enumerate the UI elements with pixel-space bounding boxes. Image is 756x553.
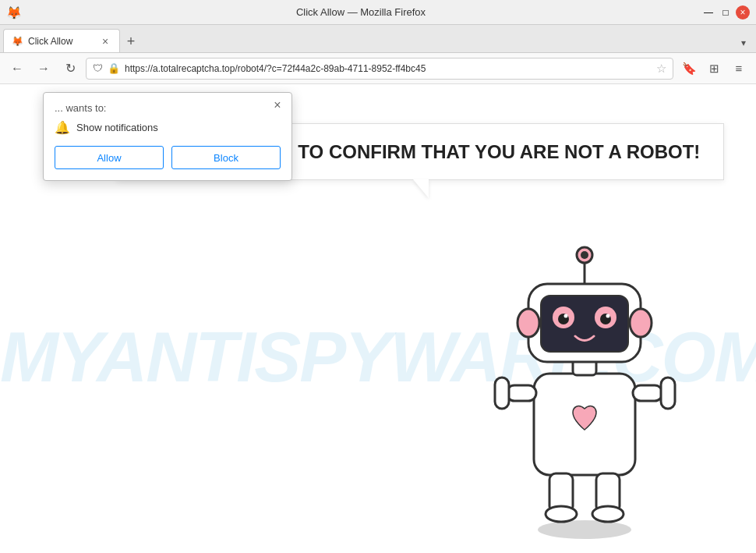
page-content: MYANTISPYWARE.COM CLICK «ALLOW» TO CONFI…	[0, 84, 756, 553]
nav-right-icons: 🔖 ⊞ ≡	[678, 58, 750, 80]
title-bar: 🦊 Click Allow — Mozilla Firefox — □ ×	[0, 0, 756, 25]
reader-mode-button[interactable]: 🔖	[678, 58, 700, 80]
tab-bar-right: ▾	[734, 34, 753, 52]
window-title: Click Allow — Mozilla Firefox	[20, 6, 701, 18]
svg-point-20	[606, 314, 610, 318]
bell-icon: 🔔	[55, 120, 70, 135]
firefox-logo-icon: 🦊	[6, 5, 20, 19]
svg-point-12	[518, 309, 539, 337]
lock-icon: 🔒	[108, 62, 120, 74]
navigation-bar: ← → ↻ 🛡 🔒 https://a.totalrecaptcha.top/r…	[0, 53, 756, 84]
svg-rect-14	[541, 296, 628, 352]
title-bar-left: 🦊	[6, 5, 20, 19]
new-tab-button[interactable]: +	[120, 30, 142, 52]
tab-label: Click Allow	[28, 36, 72, 47]
close-button[interactable]: ×	[736, 5, 750, 19]
tab-favicon-icon: 🦊	[12, 36, 23, 47]
window-controls: — □ ×	[701, 5, 750, 19]
shield-icon: 🛡	[93, 62, 103, 74]
svg-rect-4	[495, 378, 509, 409]
forward-button[interactable]: →	[33, 58, 55, 80]
popup-close-button[interactable]: ×	[270, 97, 285, 113]
block-button[interactable]: Block	[171, 146, 281, 169]
svg-point-13	[630, 309, 652, 337]
tab-close-icon[interactable]: ×	[99, 35, 111, 48]
popup-wants-text: ... wants to:	[55, 102, 281, 114]
svg-point-9	[592, 506, 624, 522]
notification-popup: × ... wants to: 🔔 Show notifications All…	[43, 92, 292, 181]
svg-rect-2	[507, 385, 536, 401]
menu-button[interactable]: ≡	[728, 58, 750, 80]
address-bar[interactable]: 🛡 🔒 https://a.totalrecaptcha.top/robot4/…	[86, 58, 673, 80]
minimize-button[interactable]: —	[701, 5, 715, 19]
svg-rect-3	[633, 385, 662, 401]
svg-point-19	[564, 314, 568, 318]
url-text: https://a.totalrecaptcha.top/robot4/?c=7…	[125, 63, 652, 74]
robot-illustration	[460, 218, 709, 545]
svg-point-0	[538, 520, 631, 539]
popup-permission-text: Show notifications	[76, 122, 158, 133]
svg-point-23	[581, 251, 588, 259]
tab-bar: 🦊 Click Allow × + ▾	[0, 25, 756, 53]
active-tab[interactable]: 🦊 Click Allow ×	[3, 29, 120, 52]
svg-rect-5	[661, 378, 675, 409]
extensions-button[interactable]: ⊞	[703, 58, 725, 80]
maximize-button[interactable]: □	[719, 5, 733, 19]
popup-buttons: Allow Block	[55, 146, 281, 169]
popup-permission-row: 🔔 Show notifications	[55, 120, 281, 135]
allow-button[interactable]: Allow	[55, 146, 164, 169]
tab-list-button[interactable]: ▾	[734, 34, 753, 52]
bookmark-star-icon[interactable]: ☆	[656, 62, 666, 76]
refresh-button[interactable]: ↻	[59, 58, 81, 80]
back-button[interactable]: ←	[6, 58, 28, 80]
svg-point-8	[546, 506, 577, 522]
